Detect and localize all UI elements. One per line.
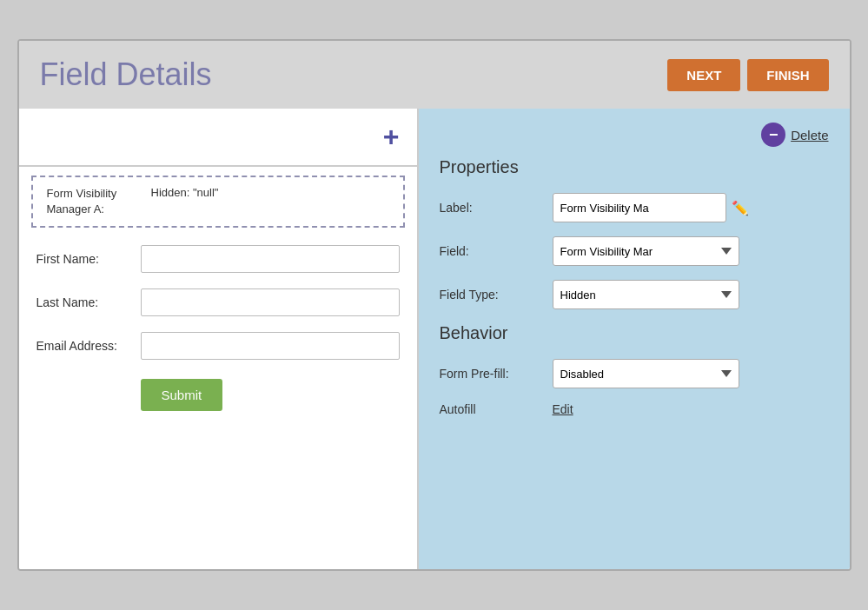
prefill-row: Form Pre-fill: Disabled Enabled xyxy=(440,359,829,388)
properties-title: Properties xyxy=(440,157,829,177)
add-bar: + xyxy=(19,109,417,167)
autofill-row: Autofill Edit xyxy=(440,402,829,416)
label-input-wrap: ✏️ xyxy=(553,193,749,222)
email-label: Email Address: xyxy=(36,339,141,353)
first-name-input[interactable] xyxy=(141,245,400,273)
field-prop-row: Field: Form Visibility Mar xyxy=(440,236,829,266)
content-area: + Form Visibility Manager A: Hidden: "nu… xyxy=(19,109,850,569)
label-edit-icon[interactable]: ✏️ xyxy=(732,200,749,216)
finish-button[interactable]: FINISH xyxy=(747,59,828,91)
visibility-field-value: Hidden: "null" xyxy=(151,186,219,199)
visibility-field-label: Form Visibility Manager A: xyxy=(47,186,151,217)
visibility-field-row: Form Visibility Manager A: Hidden: "null… xyxy=(31,176,405,228)
delete-row: − Delete xyxy=(440,123,829,147)
autofill-label: Autofill xyxy=(440,402,553,416)
label-input[interactable] xyxy=(553,193,726,222)
delete-icon[interactable]: − xyxy=(761,123,785,147)
label-prop-row: Label: ✏️ xyxy=(440,193,829,222)
right-panel: − Delete Properties Label: ✏️ Field: For… xyxy=(419,109,850,569)
prefill-label: Form Pre-fill: xyxy=(440,367,553,381)
field-type-select[interactable]: Hidden Text Email Number xyxy=(553,280,739,309)
submit-button[interactable]: Submit xyxy=(141,379,223,411)
first-name-row: First Name: xyxy=(36,245,400,273)
behavior-section: Behavior Form Pre-fill: Disabled Enabled… xyxy=(440,323,829,416)
field-prop-label: Field: xyxy=(440,244,553,258)
field-type-row: Field Type: Hidden Text Email Number xyxy=(440,280,829,309)
left-panel: + Form Visibility Manager A: Hidden: "nu… xyxy=(19,109,419,569)
field-type-label: Field Type: xyxy=(440,288,553,302)
first-name-label: First Name: xyxy=(36,252,141,266)
autofill-edit-link[interactable]: Edit xyxy=(553,402,573,416)
header-buttons: NEXT FINISH xyxy=(667,59,828,91)
label-prop-label: Label: xyxy=(440,201,553,215)
field-select[interactable]: Form Visibility Mar xyxy=(553,236,739,266)
last-name-label: Last Name: xyxy=(36,295,141,309)
form-body: First Name: Last Name: Email Address: Su… xyxy=(19,236,417,420)
main-container: Field Details NEXT FINISH + Form Visibil… xyxy=(17,39,851,571)
email-row: Email Address: xyxy=(36,332,400,360)
last-name-input[interactable] xyxy=(141,288,400,316)
delete-link[interactable]: Delete xyxy=(791,128,828,143)
header: Field Details NEXT FINISH xyxy=(19,41,850,109)
add-field-icon[interactable]: + xyxy=(383,121,400,153)
next-button[interactable]: NEXT xyxy=(667,59,740,91)
page-title: Field Details xyxy=(40,56,212,93)
last-name-row: Last Name: xyxy=(36,288,400,316)
email-input[interactable] xyxy=(141,332,400,360)
prefill-select[interactable]: Disabled Enabled xyxy=(553,359,739,388)
behavior-title: Behavior xyxy=(440,323,829,343)
